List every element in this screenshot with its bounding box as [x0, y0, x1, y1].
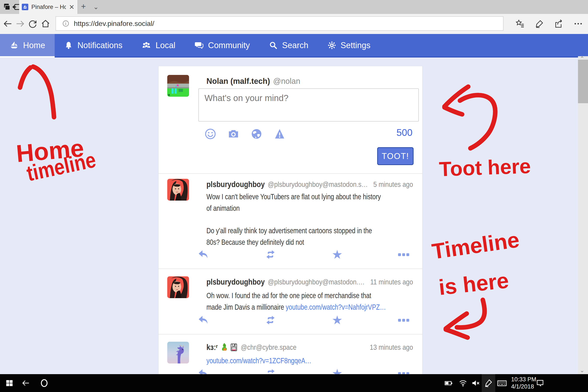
- toot-body: Wow I can't believe YouTubers are flat o…: [206, 191, 419, 248]
- clock-time: 10:33 PM: [511, 376, 536, 383]
- toot-link[interactable]: youtube.com/watch?v=1ZCF8ngqeA…: [206, 356, 312, 365]
- browser-toolbar: https://dev.pinafore.social/: [0, 14, 588, 34]
- boost-icon[interactable]: [264, 249, 276, 260]
- reply-icon[interactable]: [198, 315, 209, 325]
- nav-item-search[interactable]: Search: [259, 34, 318, 56]
- toot-avatar[interactable]: [167, 179, 189, 200]
- content-warning-icon[interactable]: [274, 128, 286, 140]
- new-tab-icon[interactable]: +: [81, 2, 86, 11]
- nav-label-search: Search: [282, 41, 308, 50]
- cortana-icon[interactable]: [40, 378, 49, 388]
- privacy-globe-icon[interactable]: [250, 128, 263, 140]
- compose-avatar[interactable]: [167, 75, 189, 97]
- set-aside-tabs-icon[interactable]: [2, 2, 11, 11]
- toot-text-line: youtube.com/watch?v=1ZCF8ngqeA…: [206, 355, 419, 366]
- favorites-hub-icon[interactable]: [515, 19, 525, 29]
- tab-title: Pinafore – Home: [31, 4, 66, 10]
- web-note-pen-icon[interactable]: [535, 19, 545, 29]
- nav-item-settings[interactable]: Settings: [318, 34, 380, 56]
- dragon-emoji: [220, 343, 228, 352]
- windows-ink-pen-icon[interactable]: [484, 378, 493, 388]
- nav-label-settings: Settings: [340, 41, 370, 50]
- favorite-star-icon[interactable]: ★: [332, 315, 342, 325]
- compose-textarea[interactable]: [198, 88, 419, 122]
- divider: [158, 173, 422, 174]
- more-options-icon[interactable]: [398, 319, 409, 322]
- toot-avatar[interactable]: [167, 276, 189, 298]
- nav-item-notifications[interactable]: Notifications: [55, 34, 132, 56]
- toot-display-name[interactable]: kɜːʳ: [206, 343, 218, 352]
- nav-label-notifications: Notifications: [77, 41, 122, 50]
- wifi-icon[interactable]: [459, 379, 467, 388]
- taskbar-back-icon[interactable]: [21, 379, 30, 388]
- toot-button[interactable]: TOOT!: [377, 147, 414, 165]
- annotation-timeline-word: timeline: [24, 147, 98, 186]
- address-bar[interactable]: https://dev.pinafore.social/: [56, 16, 504, 31]
- more-options-icon[interactable]: [398, 253, 409, 256]
- reply-icon[interactable]: [198, 249, 209, 260]
- back-icon[interactable]: [2, 19, 13, 29]
- refresh-icon[interactable]: [28, 19, 38, 29]
- info-icon[interactable]: [62, 20, 70, 27]
- annotation-timeline: Timeline: [430, 227, 521, 264]
- action-center-icon[interactable]: [536, 379, 544, 388]
- toot-text-line: of animation: [206, 202, 419, 214]
- scroll-down-icon[interactable]: ⌄: [580, 367, 584, 374]
- annotation-home: Home: [15, 134, 85, 168]
- scrollbar-thumb[interactable]: [578, 60, 588, 103]
- toot-timestamp[interactable]: 13 minutes ago: [366, 343, 413, 352]
- sailboat-icon: [10, 41, 19, 50]
- volume-muted-icon[interactable]: [471, 378, 480, 388]
- start-button-icon[interactable]: [5, 379, 14, 387]
- toot-handle: @chr@cybre.space: [241, 343, 296, 352]
- annotation-is-here: is here: [438, 268, 510, 300]
- toot-header: plsburydoughboy @plsburydoughboy@mastodo…: [206, 180, 413, 190]
- toot-text-line: 80s? Because they definitely did not: [206, 236, 419, 248]
- tab-list-chevron-icon[interactable]: ⌄: [93, 3, 99, 11]
- annotation-toot-here: Toot here: [438, 154, 531, 181]
- toot-display-name[interactable]: plsburydoughboy: [206, 180, 265, 189]
- compose-handle: @nolan: [273, 77, 300, 86]
- page-scrollbar[interactable]: ⌃ ⌄: [578, 56, 588, 374]
- touch-keyboard-icon[interactable]: [497, 378, 507, 388]
- bell-icon: [64, 41, 73, 50]
- toot-text-line: made Jim Davis a millionaire youtube.com…: [206, 301, 419, 313]
- divider: [158, 268, 422, 269]
- share-icon[interactable]: [554, 19, 564, 29]
- toot-handle: @plsburydoughboy@mastodon.s…: [268, 278, 366, 286]
- taskbar-clock[interactable]: 10:33 PM 4/1/2018: [511, 376, 536, 390]
- settings-more-icon[interactable]: [573, 19, 583, 29]
- toot-link[interactable]: youtube.com/watch?v=NahfojrVPZ…: [286, 303, 386, 311]
- nav-item-community[interactable]: Community: [185, 34, 259, 56]
- paragraph-gap: [206, 214, 419, 225]
- toot-avatar[interactable]: [167, 342, 189, 364]
- boost-icon[interactable]: [264, 315, 276, 325]
- compose-display-name: Nolan (malf.tech): [206, 77, 270, 86]
- nav-item-home[interactable]: Home: [0, 34, 55, 56]
- toot-body: Oh wow. I found the ad for the one piece…: [206, 290, 419, 313]
- nav-label-local: Local: [156, 41, 175, 50]
- chat-bubbles-icon: [194, 41, 204, 50]
- char-count: 500: [396, 127, 412, 138]
- toot-body: youtube.com/watch?v=1ZCF8ngqeA…: [206, 355, 419, 366]
- compose-user-row: Nolan (malf.tech)@nolan: [206, 77, 300, 86]
- toot-display-name[interactable]: plsburydoughboy: [206, 278, 265, 286]
- battery-icon[interactable]: [444, 379, 453, 388]
- nav-item-local[interactable]: Local: [132, 34, 185, 56]
- forward-icon[interactable]: [15, 19, 25, 29]
- compose-toolbar: [204, 128, 286, 140]
- toot-timestamp[interactable]: 11 minutes ago: [366, 278, 413, 286]
- toot-timestamp[interactable]: 5 minutes ago: [370, 180, 413, 188]
- tab-close-icon[interactable]: ✕: [69, 3, 74, 11]
- timeline-column: Nolan (malf.tech)@nolan 500 TOOT!: [158, 66, 422, 374]
- home-icon[interactable]: [40, 19, 50, 29]
- favorite-star-icon[interactable]: ★: [332, 249, 342, 260]
- emoji-icon[interactable]: [204, 128, 216, 140]
- toot-text-line: Wow I can't believe YouTubers are flat o…: [206, 191, 419, 202]
- toot-header: kɜːʳ @chr@cybre.space 13 minutes ago: [206, 342, 413, 352]
- camera-media-icon[interactable]: [227, 128, 240, 140]
- toot-header: plsburydoughboy @plsburydoughboy@mastodo…: [206, 277, 413, 287]
- pinafore-favicon: [22, 4, 28, 10]
- browser-tab[interactable]: Pinafore – Home ✕: [19, 0, 78, 14]
- people-icon: [142, 40, 151, 50]
